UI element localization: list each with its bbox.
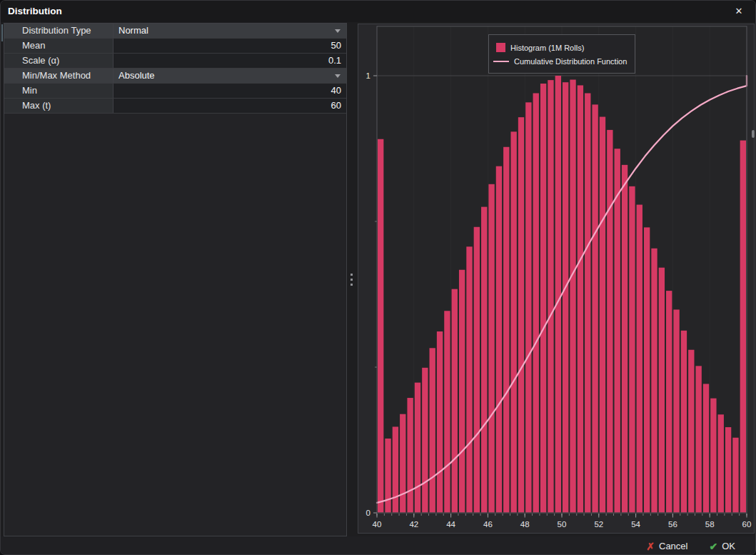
cancel-icon: ✗ [646, 541, 655, 551]
histogram-bar [444, 311, 450, 512]
title-bar: Distribution ✕ [1, 1, 755, 22]
histogram-bar [725, 427, 731, 512]
x-axis-label: 52 [594, 520, 603, 529]
histogram-bar [695, 366, 701, 512]
ok-label: OK [722, 541, 735, 551]
property-label: Min/Max Method [4, 69, 114, 83]
legend: Histogram (1M Rolls) Cumulative Distribu… [488, 34, 635, 74]
property-value-input[interactable]: 0.1 [114, 54, 346, 68]
footer-bar: ✗ Cancel ✔ OK [1, 536, 755, 555]
panel-splitter[interactable] [347, 23, 358, 536]
legend-item-histogram: Histogram (1M Rolls) [496, 41, 628, 54]
histogram-bar [637, 205, 642, 513]
histogram-bar [615, 149, 620, 512]
property-value-input[interactable]: 40 [114, 84, 346, 98]
histogram-bar [422, 368, 428, 513]
histogram-bar [703, 384, 709, 512]
histogram-bar [592, 104, 598, 512]
resize-handle[interactable] [752, 130, 755, 138]
histogram-bar [430, 348, 435, 512]
histogram-bar [718, 414, 724, 512]
property-label: Scale (α) [4, 54, 114, 68]
histogram-bar [578, 85, 583, 512]
property-label: Max (t) [4, 99, 114, 113]
histogram-bar [533, 93, 539, 512]
property-label: Mean [4, 39, 114, 53]
property-row: Min/Max MethodAbsolute [4, 69, 346, 84]
histogram-bar [378, 139, 383, 513]
histogram-bar [570, 80, 575, 513]
ok-button[interactable]: ✔ OK [709, 541, 735, 551]
property-label: Distribution Type [4, 24, 114, 38]
histogram-bar [651, 249, 657, 513]
histogram-bar [548, 80, 553, 512]
histogram-bar [496, 166, 502, 513]
histogram-bar [437, 331, 443, 512]
cancel-button[interactable]: ✗ Cancel [646, 541, 687, 551]
histogram-bar [688, 350, 694, 513]
legend-label-histogram: Histogram (1M Rolls) [510, 44, 584, 52]
histogram-bar [644, 227, 650, 512]
histogram-bar [474, 227, 480, 513]
close-button[interactable]: ✕ [730, 1, 748, 22]
property-grid: Distribution TypeNormalMean50Scale (α)0.… [4, 23, 347, 536]
x-axis-label: 54 [631, 520, 640, 529]
y-axis-label: 0 [366, 509, 371, 517]
window-title: Distribution [8, 1, 62, 22]
histogram-bar [385, 439, 390, 513]
histogram-swatch-icon [496, 43, 505, 52]
histogram-bar [666, 291, 672, 512]
ok-icon: ✔ [709, 541, 717, 551]
x-axis-label: 46 [483, 520, 493, 529]
property-value-input[interactable]: 60 [114, 99, 346, 113]
distribution-chart: 404244464850525456586001 [358, 24, 754, 533]
splitter-grip-icon [351, 274, 353, 286]
x-axis-label: 50 [558, 520, 567, 529]
histogram-bar [518, 117, 524, 512]
property-row: Mean50 [4, 39, 346, 54]
histogram-bar [740, 141, 746, 513]
chevron-down-icon [335, 74, 341, 78]
x-axis-label: 44 [446, 520, 455, 529]
property-label: Min [4, 84, 114, 98]
property-row: Max (t)60 [4, 99, 346, 114]
x-axis-label: 48 [520, 520, 530, 529]
histogram-bar [732, 438, 738, 513]
scrollbar-thumb[interactable] [1, 24, 3, 41]
property-value-combo[interactable]: Normal [114, 24, 346, 38]
x-axis-label: 56 [668, 520, 677, 529]
histogram-bar [622, 165, 628, 513]
property-row: Distribution TypeNormal [4, 24, 346, 39]
histogram-bar [525, 102, 531, 512]
distribution-dialog: Distribution ✕ Distribution TypeNormalMe… [0, 0, 756, 555]
histogram-bar [452, 289, 458, 513]
histogram-bar [488, 184, 494, 513]
x-axis-label: 40 [373, 520, 382, 529]
histogram-bar [585, 93, 590, 512]
close-icon: ✕ [735, 6, 743, 16]
chevron-down-icon [335, 29, 341, 33]
x-axis-label: 42 [409, 520, 418, 529]
property-row: Min40 [4, 84, 346, 99]
histogram-bar [540, 84, 546, 512]
histogram-bar [600, 117, 605, 513]
property-row: Scale (α)0.1 [4, 54, 346, 69]
histogram-bar [407, 398, 413, 512]
histogram-bar [510, 131, 516, 512]
histogram-bar [415, 383, 420, 513]
chart-panel: 404244464850525456586001 Histogram (1M R… [358, 24, 755, 534]
y-axis-label: 1 [366, 71, 371, 80]
property-value-combo[interactable]: Absolute [114, 69, 346, 83]
cancel-label: Cancel [659, 541, 687, 551]
histogram-bar [607, 130, 613, 513]
histogram-bar [681, 331, 687, 513]
x-axis-label: 58 [705, 520, 715, 529]
histogram-bar [481, 207, 487, 513]
legend-item-cdf: Cumulative Distribution Function [496, 54, 628, 68]
legend-label-cdf: Cumulative Distribution Function [514, 57, 627, 66]
histogram-bar [563, 82, 568, 512]
histogram-bar [710, 399, 716, 513]
property-value-input[interactable]: 50 [114, 39, 346, 53]
x-axis-label: 60 [742, 520, 752, 529]
histogram-bar [400, 414, 405, 513]
